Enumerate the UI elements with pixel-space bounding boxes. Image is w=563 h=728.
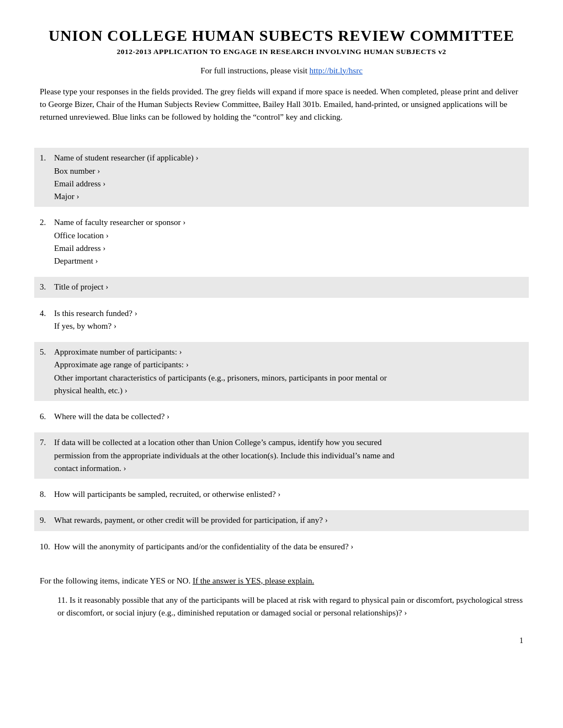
q-content-5: Approximate number of participants: ›App… [54,346,523,397]
q-line-1-1: Name of student researcher (if applicabl… [54,152,523,164]
page-subtitle: 2012-2013 APPLICATION TO ENGAGE IN RESEA… [40,47,523,56]
q-content-4: Is this research funded? ›If yes, by who… [54,307,518,333]
instructions-line: For full instructions, please visit http… [40,66,523,76]
q-line-4-2: If yes, by whom? › [54,320,518,333]
question-block-10: 10.How will the anonymity of participant… [40,537,523,557]
q-line-9-1: What rewards, payment, or other credit w… [54,514,523,527]
q-number-2: 2. [40,216,54,229]
q-content-10: How will the anonymity of participants a… [54,540,518,553]
q-line-7-2: permission from the appropriate individu… [54,449,523,462]
question-block-7: 7.If data will be collected at a locatio… [34,432,529,479]
q-content-1: Name of student researcher (if applicabl… [54,152,523,203]
q-line-10-1: How will the anonymity of participants a… [54,540,518,553]
q-line-4-1: Is this research funded? › [54,307,518,320]
q-line-5-4: physical health, etc.) › [54,384,523,397]
q-line-6-1: Where will the data be collected? › [54,410,518,423]
q-number-10: 10. [40,540,54,553]
question-block-1: 1.Name of student researcher (if applica… [34,148,529,207]
intro-paragraph: Please type your responses in the fields… [40,85,523,124]
q-content-3: Title of project › [54,281,523,293]
section-note: For the following items, indicate YES or… [40,575,523,587]
q-number-5: 5. [40,346,54,358]
q-line-1-2: Box number › [54,165,523,178]
question-block-3: 3.Title of project › [34,277,529,297]
q-line-1-4: Major › [54,190,523,203]
q-line-5-3: Other important characteristics of parti… [54,372,523,384]
q-number-3: 3. [40,281,54,293]
q11-text: Is it reasonably possible that any of th… [57,596,523,617]
q-line-7-3: contact information. › [54,462,523,475]
q-line-7-1: If data will be collected at a location … [54,436,523,449]
instructions-text: For full instructions, please visit [200,66,309,75]
q-number-9: 9. [40,514,54,527]
q-number-1: 1. [40,152,54,164]
q-line-2-4: Department › [54,255,518,267]
page-main-title: UNION COLLEGE HUMAN SUBECTS REVIEW COMMI… [40,26,523,45]
q-content-6: Where will the data be collected? › [54,410,518,423]
question-block-2: 2.Name of faculty researcher or sponsor … [40,212,523,271]
q-content-8: How will participants be sampled, recrui… [54,488,518,501]
q-number-8: 8. [40,488,54,501]
q-number-6: 6. [40,410,54,423]
q11-block: 11. Is it reasonably possible that any o… [57,594,523,620]
question-block-6: 6.Where will the data be collected? › [40,406,523,427]
page-number: 1 [40,636,523,645]
q11-number: 11. [57,596,67,604]
q-line-5-1: Approximate number of participants: › [54,346,523,358]
q-number-7: 7. [40,436,54,449]
q-line-8-1: How will participants be sampled, recrui… [54,488,518,501]
question-block-4: 4.Is this research funded? ›If yes, by w… [40,303,523,337]
q-content-2: Name of faculty researcher or sponsor ›O… [54,216,518,267]
q-content-7: If data will be collected at a location … [54,436,523,475]
q-line-2-2: Office location › [54,229,518,242]
q-line-5-2: Approximate age range of participants: › [54,358,523,371]
section-note-text: For the following items, indicate YES or… [40,576,193,585]
q-line-3-1: Title of project › [54,281,523,293]
section-note-underline: If the answer is YES, please explain. [193,576,314,585]
q-content-9: What rewards, payment, or other credit w… [54,514,523,527]
instructions-link[interactable]: http://bit.ly/hsrc [310,66,363,75]
q-line-2-3: Email address › [54,242,518,255]
q-line-1-3: Email address › [54,178,523,190]
q-number-4: 4. [40,307,54,320]
question-block-8: 8.How will participants be sampled, recr… [40,484,523,505]
q-line-2-1: Name of faculty researcher or sponsor › [54,216,518,229]
question-block-5: 5.Approximate number of participants: ›A… [34,342,529,401]
questions-container: 1.Name of student researcher (if applica… [40,148,523,563]
question-block-9: 9.What rewards, payment, or other credit… [34,510,529,531]
